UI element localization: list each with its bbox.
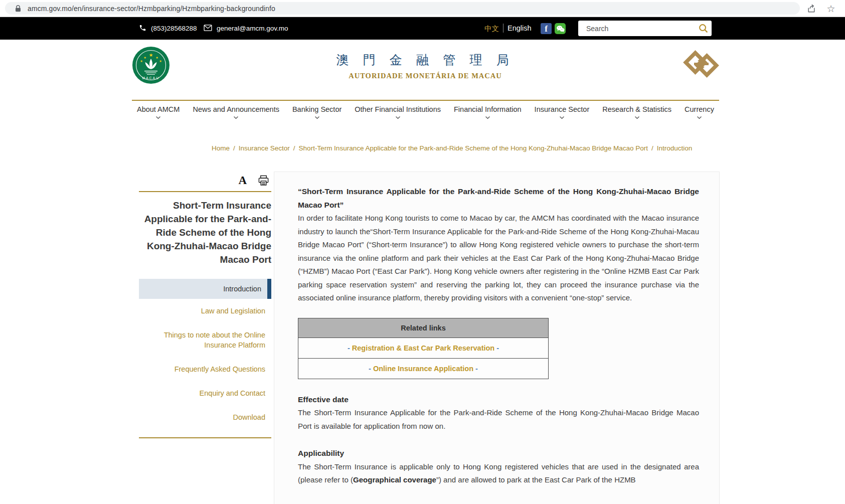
nav-item-other-financial-institutions[interactable]: Other Financial Institutions (355, 105, 441, 119)
sidebar-item-faq[interactable]: Frequently Asked Questions (139, 357, 271, 381)
nav-item-news-and-announcements[interactable]: News and Announcements (193, 105, 279, 119)
chevron-down-icon (485, 116, 490, 119)
sidebar-menu: Introduction Law and Legislation Things … (139, 279, 271, 429)
sidebar-item-law-and-legislation[interactable]: Law and Legislation (139, 299, 271, 323)
chevron-down-icon (634, 116, 640, 119)
browser-window: amcm.gov.mo/en/insurance-sector/Hzmbpark… (0, 0, 845, 504)
printer-icon[interactable] (258, 175, 269, 186)
sidebar-tools: A (139, 174, 271, 191)
table-row: - Registration & East Car Park Reservati… (298, 338, 549, 358)
breadcrumb: Home/Insurance Sector/Short-Term Insuran… (212, 144, 692, 152)
site-title-portuguese: AUTORIDADE MONETÁRIA DE MACAU (297, 72, 553, 80)
chevron-down-icon (233, 116, 239, 119)
language-chinese-link[interactable]: 中文 (484, 24, 499, 34)
sidebar-item-enquiry-and-contact[interactable]: Enquiry and Contact (139, 381, 271, 405)
browser-address-bar-row: amcm.gov.mo/en/insurance-sector/Hzmbpark… (0, 0, 845, 17)
body-text: ”) and are allowed to park at the East C… (436, 475, 636, 484)
online-insurance-application-link[interactable]: Online Insurance Application (373, 365, 473, 373)
share-button[interactable] (805, 2, 818, 15)
nav-label: Financial Information (454, 105, 522, 113)
nav-label: News and Announcements (193, 105, 279, 113)
phone-number: (853)28568288 (151, 25, 197, 32)
emblem-macau-text: MACAU (142, 76, 159, 80)
nav-item-about-amcm[interactable]: About AMCM (137, 105, 180, 119)
main-content: “Short-Term Insurance Applicable for the… (298, 185, 699, 487)
chevron-down-icon (697, 116, 702, 119)
envelope-icon (204, 25, 212, 33)
nav-label: About AMCM (137, 105, 180, 113)
chevron-down-icon (395, 116, 401, 119)
sidebar-item-introduction[interactable]: Introduction (139, 279, 271, 299)
section-body: The Short-Term Insurance Applicable for … (298, 406, 699, 433)
top-utility-bar: (853)28568288 general@amcm.gov.mo 中文 Eng… (0, 17, 845, 40)
sidebar: A Short-Term Insurance Applicable for th… (139, 174, 271, 438)
nav-label: Other Financial Institutions (355, 105, 441, 113)
language-english-link[interactable]: English (508, 24, 532, 32)
nav-item-banking-sector[interactable]: Banking Sector (292, 105, 342, 119)
geographical-coverage-bold: Geographical coverage (353, 475, 436, 484)
search-box (578, 21, 712, 36)
nav-item-research-statistics[interactable]: Research & Statistics (602, 105, 671, 119)
related-links-table: Related links - Registration & East Car … (298, 318, 549, 379)
main-navigation: About AMCM News and Announcements Bankin… (132, 100, 719, 119)
dash-decoration: - (475, 365, 478, 373)
dash-decoration: - (496, 344, 499, 352)
wechat-icon[interactable] (555, 23, 566, 34)
site-header: ★ ★ ★ ★ ★ MACAU 澳 門 金 融 管 理 局 AUTORIDADE… (0, 40, 845, 93)
related-links-header: Related links (298, 318, 549, 338)
sidebar-bottom-rule (139, 437, 271, 438)
svg-text:★: ★ (140, 59, 143, 63)
nav-item-financial-information[interactable]: Financial Information (454, 105, 522, 119)
sidebar-item-download[interactable]: Download (139, 405, 271, 429)
breadcrumb-short-term-insurance[interactable]: Short-Term Insurance Applicable for the … (299, 144, 648, 152)
sidebar-top-rule (139, 191, 271, 192)
breadcrumb-separator: / (651, 144, 653, 152)
site-title-chinese: 澳 門 金 融 管 理 局 (297, 52, 553, 68)
email-link[interactable]: general@amcm.gov.mo (204, 17, 288, 40)
chevron-down-icon (314, 116, 320, 119)
language-divider (503, 24, 503, 33)
chevron-down-icon (559, 116, 565, 119)
url-text: amcm.gov.mo/en/insurance-sector/Hzmbpark… (28, 5, 275, 13)
svg-text:★: ★ (143, 56, 146, 59)
amcm-logo[interactable] (682, 47, 720, 82)
facebook-icon[interactable]: f (541, 23, 552, 34)
breadcrumb-separator: / (293, 144, 295, 152)
nav-item-insurance-sector[interactable]: Insurance Sector (535, 105, 590, 119)
breadcrumb-home[interactable]: Home (212, 144, 230, 152)
page-title: “Short-Term Insurance Applicable for the… (298, 185, 699, 212)
breadcrumb-introduction[interactable]: Introduction (657, 144, 693, 152)
nav-label: Banking Sector (292, 105, 342, 113)
nav-item-currency[interactable]: Currency (685, 105, 714, 119)
site-title-block: 澳 門 金 融 管 理 局 AUTORIDADE MONETÁRIA DE MA… (297, 52, 553, 80)
section-effective-date: Effective date The Short-Term Insurance … (298, 393, 699, 433)
dash-decoration: - (369, 365, 371, 373)
svg-text:★: ★ (159, 59, 162, 63)
lock-icon (15, 5, 21, 12)
section-body: The Short-Term Insurance is applicable o… (298, 460, 699, 487)
phone-icon (139, 24, 146, 33)
breadcrumb-separator: / (233, 144, 235, 152)
address-bar[interactable]: amcm.gov.mo/en/insurance-sector/Hzmbpark… (5, 2, 800, 15)
nav-label: Research & Statistics (602, 105, 671, 113)
chevron-down-icon (155, 116, 161, 119)
font-size-button[interactable]: A (238, 175, 247, 186)
search-input[interactable] (578, 25, 695, 33)
section-applicability: Applicability The Short-Term Insurance i… (298, 447, 699, 487)
nav-label: Insurance Sector (535, 105, 590, 113)
phone-link[interactable]: (853)28568288 (139, 17, 197, 40)
svg-text:★: ★ (155, 56, 158, 59)
email-address: general@amcm.gov.mo (217, 25, 288, 32)
sidebar-item-things-to-note[interactable]: Things to note about the Online Insuranc… (139, 323, 271, 357)
registration-east-car-park-link[interactable]: Registration & East Car Park Reservation (352, 344, 494, 352)
intro-paragraph: In order to facilitate Hong Kong tourist… (298, 212, 699, 305)
breadcrumb-insurance-sector[interactable]: Insurance Sector (239, 144, 290, 152)
search-icon[interactable] (695, 21, 712, 36)
svg-text:★: ★ (149, 52, 153, 58)
section-title: Effective date (298, 393, 699, 407)
macau-government-logo[interactable]: ★ ★ ★ ★ ★ MACAU (131, 46, 171, 87)
table-row: - Online Insurance Application - (298, 358, 549, 379)
star-icon[interactable]: ☆ (824, 2, 837, 15)
sidebar-page-title: Short-Term Insurance Applicable for the … (139, 199, 271, 266)
dash-decoration: - (348, 344, 350, 352)
